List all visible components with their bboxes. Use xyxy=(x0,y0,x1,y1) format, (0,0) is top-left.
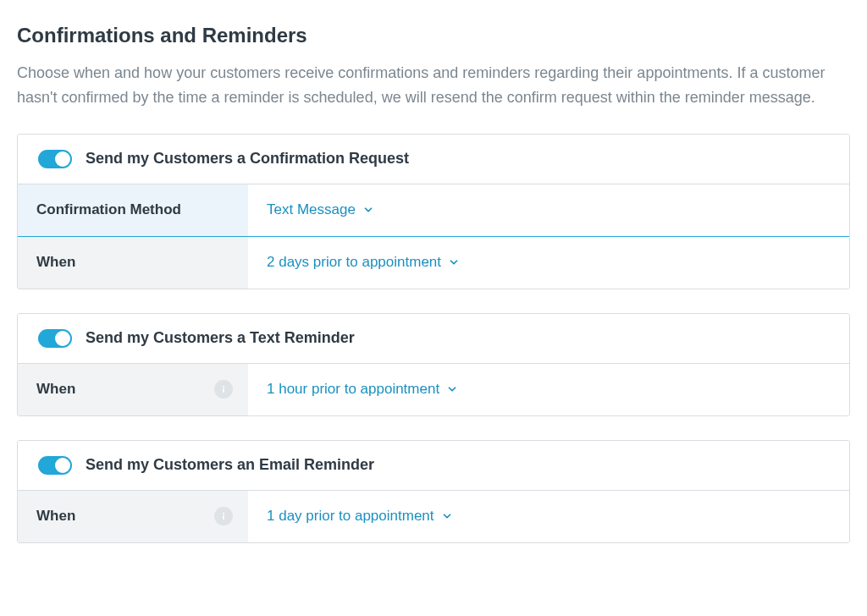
confirmation-method-dropdown[interactable]: Text Message xyxy=(267,201,374,218)
confirmation-request-title: Send my Customers a Confirmation Request xyxy=(86,150,409,168)
confirmation-when-value: 2 days prior to appointment xyxy=(267,254,441,271)
svg-rect-3 xyxy=(223,515,224,520)
email-reminder-when-value: 1 day prior to appointment xyxy=(267,508,434,525)
email-reminder-header: Send my Customers an Email Reminder xyxy=(18,441,849,490)
chevron-down-icon xyxy=(362,204,374,216)
text-reminder-when-row: When 1 hour prior to appointment xyxy=(18,363,849,415)
svg-rect-1 xyxy=(223,388,224,393)
chevron-down-icon xyxy=(448,256,460,268)
text-reminder-when-value: 1 hour prior to appointment xyxy=(267,381,439,398)
email-reminder-title: Send my Customers an Email Reminder xyxy=(86,456,374,474)
text-reminder-toggle[interactable] xyxy=(38,329,72,348)
confirmation-request-header: Send my Customers a Confirmation Request xyxy=(18,135,849,184)
email-reminder-panel: Send my Customers an Email Reminder When… xyxy=(17,440,850,543)
confirmation-method-label: Confirmation Method xyxy=(18,184,248,236)
chevron-down-icon xyxy=(446,383,458,395)
confirmation-request-panel: Send my Customers a Confirmation Request… xyxy=(17,134,850,289)
confirmation-method-value-cell: Text Message xyxy=(248,184,849,236)
text-reminder-panel: Send my Customers a Text Reminder When 1… xyxy=(17,313,850,416)
svg-point-0 xyxy=(223,386,224,388)
info-icon[interactable] xyxy=(214,507,233,525)
chevron-down-icon xyxy=(441,510,453,522)
email-reminder-when-label: When xyxy=(18,491,248,542)
email-reminder-toggle[interactable] xyxy=(38,456,72,475)
confirmation-when-label: When xyxy=(18,237,248,289)
email-reminder-when-label-text: When xyxy=(36,508,75,525)
confirmation-when-dropdown[interactable]: 2 days prior to appointment xyxy=(267,254,460,271)
email-reminder-when-value-cell: 1 day prior to appointment xyxy=(248,491,849,542)
confirmation-request-toggle[interactable] xyxy=(38,150,72,168)
confirmation-when-value-cell: 2 days prior to appointment xyxy=(248,237,849,289)
page-description: Choose when and how your customers recei… xyxy=(17,61,830,110)
text-reminder-header: Send my Customers a Text Reminder xyxy=(18,314,849,363)
toggle-knob xyxy=(55,151,70,167)
text-reminder-when-value-cell: 1 hour prior to appointment xyxy=(248,364,849,415)
confirmation-when-label-text: When xyxy=(36,254,75,271)
confirmation-method-row: Confirmation Method Text Message xyxy=(18,184,849,236)
confirmation-when-row: When 2 days prior to appointment xyxy=(18,236,849,289)
toggle-knob xyxy=(55,458,70,473)
svg-point-2 xyxy=(223,513,224,514)
text-reminder-title: Send my Customers a Text Reminder xyxy=(86,329,355,347)
info-icon[interactable] xyxy=(214,380,233,399)
page-title: Confirmations and Reminders xyxy=(17,24,850,47)
toggle-knob xyxy=(55,331,70,346)
email-reminder-when-row: When 1 day prior to appointment xyxy=(18,490,849,542)
text-reminder-when-label: When xyxy=(18,364,248,415)
confirmation-method-label-text: Confirmation Method xyxy=(36,201,181,218)
text-reminder-when-dropdown[interactable]: 1 hour prior to appointment xyxy=(267,381,458,398)
confirmation-method-value: Text Message xyxy=(267,201,356,218)
email-reminder-when-dropdown[interactable]: 1 day prior to appointment xyxy=(267,508,453,525)
text-reminder-when-label-text: When xyxy=(36,381,75,398)
